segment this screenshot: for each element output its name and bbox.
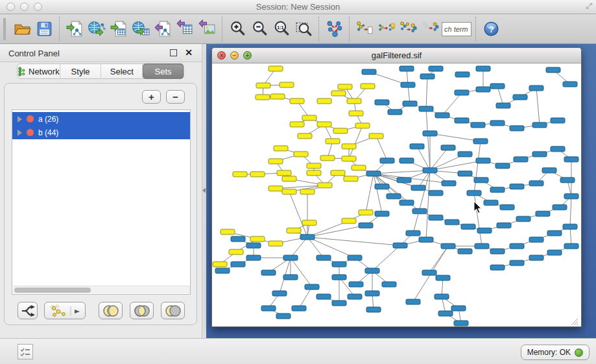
app-window: Session: New Session ⤢ (0, 0, 596, 364)
zoom-in-button[interactable] (226, 18, 248, 40)
panel-divider[interactable] (202, 44, 206, 338)
network-tab-icon (18, 67, 26, 76)
mouse-cursor (474, 201, 481, 213)
window-titlebar: Session: New Session ⤢ (0, 0, 596, 14)
import-network-url-button[interactable] (86, 18, 108, 40)
network-desktop: × − + galFiltered.sif (206, 44, 596, 338)
set-row-label: a (26) (38, 115, 58, 124)
close-panel-icon[interactable]: ✕ (185, 47, 193, 58)
task-history-button[interactable] (18, 344, 33, 359)
zoom-actual-button[interactable]: 1:1 (270, 18, 292, 40)
network-frame-title: galFiltered.sif (212, 51, 581, 60)
union-sets-button[interactable] (99, 302, 123, 319)
network-graph[interactable] (212, 63, 581, 326)
memory-status-button[interactable]: Memory: OK (521, 345, 590, 360)
add-set-button[interactable]: + (142, 90, 161, 104)
tab-sets-label: Sets (155, 67, 172, 76)
split-sets-button[interactable] (18, 302, 38, 319)
scrollbar-thumb[interactable] (14, 288, 91, 293)
control-panel: Control Panel ✕ Network Style Select (0, 44, 202, 338)
hide-unselected-button[interactable] (420, 18, 442, 40)
horizontal-scrollbar[interactable] (13, 286, 191, 293)
export-image-button[interactable] (196, 18, 218, 40)
tab-style[interactable]: Style (60, 63, 102, 79)
fullscreen-icon[interactable]: ⤢ (586, 1, 592, 10)
apply-layout-button[interactable] (323, 18, 345, 40)
import-table-file-button[interactable] (108, 18, 130, 40)
memory-status-label: Memory: OK (527, 348, 571, 357)
create-set-network-button[interactable] (44, 302, 86, 319)
expander-icon[interactable] (18, 116, 22, 122)
main-toolbar: 1:1 ? (0, 14, 596, 44)
memory-ok-indicator (575, 348, 583, 357)
toolbar-separator (318, 17, 319, 41)
control-panel-title: Control Panel (8, 49, 60, 58)
network-canvas[interactable] (212, 63, 581, 326)
tab-select[interactable]: Select (101, 63, 143, 79)
set-row-a[interactable]: a (26) (12, 112, 190, 126)
tab-select-label: Select (110, 67, 134, 76)
svg-text:1:1: 1:1 (277, 25, 283, 30)
zoom-out-button[interactable] (248, 18, 270, 40)
new-network-from-selection-button[interactable] (353, 18, 375, 40)
window-title: Session: New Session (0, 2, 596, 12)
set-row-b[interactable]: b (44) (12, 126, 190, 139)
save-session-button[interactable] (33, 18, 55, 40)
intersect-sets-button[interactable] (130, 302, 154, 319)
toolbar-separator (349, 17, 350, 41)
clone-network-button[interactable] (375, 18, 398, 40)
help-button[interactable]: ? (480, 18, 502, 40)
import-network-file-button[interactable] (64, 18, 86, 40)
collapse-handle-icon[interactable] (202, 188, 206, 193)
control-panel-tabs: Network Style Select Sets (17, 63, 184, 79)
set-color-dot (27, 129, 34, 136)
merge-first-neighbors-button[interactable] (398, 18, 420, 40)
network-frame-titlebar[interactable]: × − + galFiltered.sif (212, 48, 581, 63)
float-panel-icon[interactable] (170, 49, 177, 56)
import-table-url-button[interactable] (130, 18, 152, 40)
control-panel-header: Control Panel ✕ (0, 44, 202, 62)
toolbar-separator (475, 17, 476, 41)
tab-network[interactable]: Network (18, 63, 60, 79)
open-session-button[interactable] (11, 18, 33, 40)
export-table-button[interactable] (174, 18, 196, 40)
expander-icon[interactable] (18, 130, 22, 136)
set-color-dot (27, 115, 34, 122)
remove-set-button[interactable]: − (166, 90, 185, 104)
set-row-label: b (44) (38, 128, 58, 137)
toolbar-separator (222, 17, 222, 41)
sets-panel: + − a (26) b (44) (4, 83, 197, 325)
sets-list: a (26) b (44) (12, 109, 191, 295)
tab-network-label: Network (29, 67, 60, 76)
status-bar: Memory: OK (0, 338, 596, 364)
toolbar-separator (59, 17, 60, 41)
tab-style-label: Style (71, 67, 90, 76)
search-input[interactable] (442, 22, 471, 36)
tab-sets[interactable]: Sets (143, 63, 184, 79)
difference-sets-button[interactable] (161, 302, 185, 319)
export-network-button[interactable] (152, 18, 174, 40)
zoom-fit-button[interactable] (292, 18, 315, 40)
toolbar-grip[interactable] (3, 18, 6, 40)
network-frame[interactable]: × − + galFiltered.sif (211, 47, 582, 327)
svg-text:?: ? (488, 25, 494, 34)
